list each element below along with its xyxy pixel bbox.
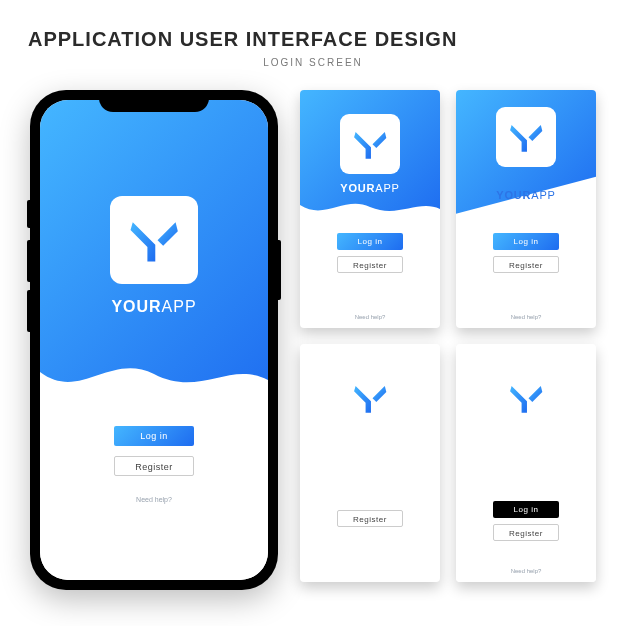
phone-mockup: YOURAPP Log in Register Need help? <box>30 90 278 590</box>
hero-area: YOURAPP <box>300 344 440 473</box>
page-subtitle: LOGIN SCREEN <box>28 57 598 68</box>
logo-icon <box>351 379 389 417</box>
variant-card-full-gradient: YOURAPP Log in Register Need help? <box>300 344 440 582</box>
app-name-light: APP <box>375 182 399 194</box>
app-name-bold: YOUR <box>111 298 161 315</box>
app-name-bold: YOUR <box>340 182 375 194</box>
register-button[interactable]: Register <box>493 256 559 273</box>
app-logo <box>110 196 198 284</box>
login-button[interactable]: Log in <box>493 233 559 250</box>
help-link[interactable]: Need help? <box>456 568 596 574</box>
variant-grid: YOURAPP Log in Register Need help? YO <box>300 90 596 582</box>
phone-side-button <box>27 290 30 332</box>
wave-divider <box>40 352 268 412</box>
variant-card-diagonal: YOURAPP Log in Register Need help? <box>456 90 596 328</box>
help-link[interactable]: Need help? <box>300 568 440 574</box>
logo-icon <box>507 118 545 156</box>
wave-divider <box>300 195 440 225</box>
register-button[interactable]: Register <box>337 510 403 527</box>
page-title: APPLICATION USER INTERFACE DESIGN <box>28 28 626 51</box>
login-button[interactable]: Log in <box>337 233 403 250</box>
login-button[interactable]: Log in <box>114 426 194 446</box>
help-link[interactable]: Need help? <box>136 496 172 503</box>
variant-card-bubbles: YOURAPP Log in Register Need help? <box>456 344 596 582</box>
phone-side-button <box>278 240 281 300</box>
auth-panel: Log in Register Need help? <box>300 219 440 328</box>
login-button[interactable]: Log in <box>337 487 403 504</box>
app-name: YOURAPP <box>496 436 555 448</box>
app-name-bold: YOUR <box>496 189 531 201</box>
hero-area: YOURAPP <box>456 344 596 473</box>
app-name: YOURAPP <box>496 189 555 201</box>
app-name-bold: YOUR <box>496 436 531 448</box>
phone-screen: YOURAPP Log in Register Need help? <box>40 100 268 580</box>
app-name-light: APP <box>531 189 555 201</box>
app-logo <box>496 107 556 167</box>
app-logo <box>340 368 400 428</box>
app-name: YOURAPP <box>340 436 399 448</box>
app-name: YOURAPP <box>111 298 196 316</box>
auth-panel: Log in Register Need help? <box>40 398 268 580</box>
app-name-light: APP <box>531 436 555 448</box>
login-button[interactable]: Log in <box>493 501 559 518</box>
logo-area: YOURAPP <box>456 90 596 219</box>
register-button[interactable]: Register <box>337 256 403 273</box>
help-link[interactable]: Need help? <box>456 314 596 320</box>
logo-icon <box>351 125 389 163</box>
register-button[interactable]: Register <box>114 456 194 476</box>
app-name: YOURAPP <box>340 182 399 194</box>
app-logo <box>496 368 556 428</box>
auth-panel: Log in Register Need help? <box>456 473 596 582</box>
help-link[interactable]: Need help? <box>300 314 440 320</box>
app-name-bold: YOUR <box>340 436 375 448</box>
register-button[interactable]: Register <box>493 524 559 541</box>
app-name-light: APP <box>162 298 197 315</box>
logo-icon <box>126 212 182 268</box>
phone-side-button <box>27 200 30 228</box>
phone-side-button <box>27 240 30 282</box>
auth-panel: Log in Register Need help? <box>300 473 440 582</box>
app-name-light: APP <box>375 436 399 448</box>
app-logo <box>340 114 400 174</box>
variant-card-wave: YOURAPP Log in Register Need help? <box>300 90 440 328</box>
auth-panel: Log in Register Need help? <box>456 219 596 328</box>
logo-icon <box>507 379 545 417</box>
